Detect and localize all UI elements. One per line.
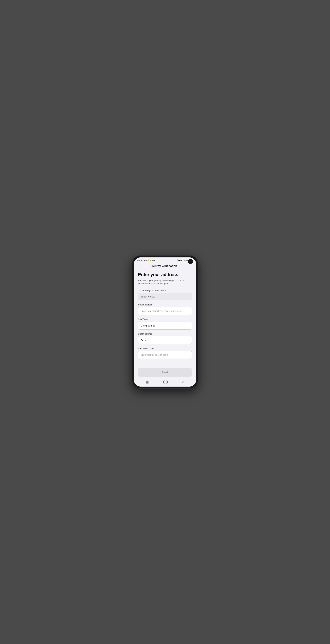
country-display[interactable]: South Korea [138, 293, 192, 300]
state-label: State/Province [138, 332, 192, 335]
status-left: KT 11:05 🔔 📞 ◎ • [137, 259, 155, 262]
page-subtitle: Address of your primary residence (P.O. … [138, 279, 192, 286]
status-bar: KT 11:05 🔔 📞 ◎ • 🔇 LTE⁺ .ıll 31% 🔋 [134, 258, 196, 263]
back-nav-button[interactable]: ◁ [182, 380, 184, 384]
navigation-bar: ‹ Identity verification [134, 263, 196, 269]
postal-label: Postal/ZIP code [138, 347, 192, 350]
state-group: State/Province [138, 332, 192, 344]
street-label: Street address [138, 304, 192, 306]
carrier-label: KT [137, 259, 140, 262]
recent-apps-button[interactable]: ||| [146, 380, 149, 384]
home-button[interactable] [163, 380, 168, 384]
next-button-container: Next [134, 365, 196, 378]
phone-device: KT 11:05 🔔 📞 ◎ • 🔇 LTE⁺ .ıll 31% 🔋 ‹ Ide… [132, 256, 198, 388]
page-heading: Enter your address [138, 272, 192, 277]
street-group: Street address [138, 304, 192, 315]
signal-label: LTE⁺ .ıll [179, 260, 186, 261]
mute-icon: 🔇 [177, 260, 179, 261]
street-input[interactable] [138, 307, 192, 315]
nav-title: Identity verification [140, 264, 188, 268]
postal-group: Postal/ZIP code [138, 347, 192, 359]
city-label: City/Town [138, 318, 192, 320]
postal-input[interactable] [138, 351, 192, 359]
country-label: Country/Region of residence [138, 289, 192, 292]
city-group: City/Town [138, 318, 192, 330]
country-group: Country/Region of residence South Korea [138, 289, 192, 300]
state-input[interactable] [138, 336, 192, 344]
bottom-navigation: ||| ◁ [134, 378, 196, 386]
next-button[interactable]: Next [138, 368, 192, 377]
phone-screen: KT 11:05 🔔 📞 ◎ • 🔇 LTE⁺ .ıll 31% 🔋 ‹ Ide… [134, 258, 196, 386]
status-icons: 🔔 📞 ◎ • [147, 260, 155, 261]
city-input[interactable] [138, 322, 192, 330]
content-area: Enter your address Address of your prima… [134, 269, 196, 365]
time-label: 11:05 [141, 259, 147, 262]
back-button[interactable]: ‹ [139, 264, 140, 268]
